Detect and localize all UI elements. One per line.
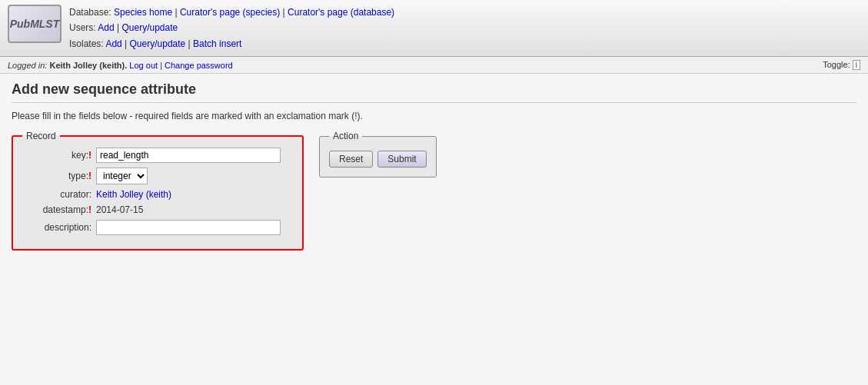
log-out-link[interactable]: Log out: [129, 61, 158, 70]
pubmlst-logo: PubMLST: [8, 5, 62, 43]
curator-row: curator: Keith Jolley (keith): [22, 189, 293, 200]
key-label: key:!: [22, 150, 91, 161]
datestamp-label: datestamp:!: [22, 204, 91, 215]
submit-button[interactable]: Submit: [377, 151, 426, 168]
isolates-nav-row: Isolates: Add | Query/update | Batch ins…: [69, 36, 860, 51]
description-input[interactable]: [96, 220, 281, 235]
header-nav: Database: Species home | Curator's page …: [69, 5, 860, 51]
users-add-link[interactable]: Add: [98, 22, 114, 33]
users-nav-row: Users: Add | Query/update: [69, 20, 860, 35]
form-area: Record key:! type:! integer text float d…: [12, 131, 856, 251]
datestamp-row: datestamp:! 2014-07-15: [22, 204, 293, 215]
type-label: type:!: [22, 171, 91, 181]
change-password-link[interactable]: Change password: [165, 61, 233, 70]
reset-button[interactable]: Reset: [329, 151, 373, 168]
page-title: Add new sequence attribute: [12, 81, 856, 103]
isolates-add-link[interactable]: Add: [105, 38, 121, 49]
login-bar: Logged in: Keith Jolley (keith). Log out…: [0, 57, 868, 74]
curator-label: curator:: [22, 189, 91, 200]
logged-in-prefix: Logged in:: [8, 61, 49, 70]
record-legend: Record: [22, 131, 60, 141]
toggle-label: Toggle:: [823, 60, 850, 69]
key-input[interactable]: [96, 148, 281, 163]
curator-value: Keith Jolley (keith): [96, 189, 171, 200]
species-home-link[interactable]: Species home: [114, 7, 172, 18]
type-row: type:! integer text float date: [22, 168, 293, 184]
record-fieldset: Record key:! type:! integer text float d…: [12, 131, 304, 251]
action-fieldset: Action Reset Submit: [319, 131, 437, 178]
users-query-link[interactable]: Query/update: [122, 22, 178, 33]
description-row: description:: [22, 220, 293, 235]
datestamp-value: 2014-07-15: [96, 204, 143, 215]
login-info: Logged in: Keith Jolley (keith). Log out…: [8, 61, 233, 70]
logged-in-user: Keith Jolley (keith).: [49, 61, 127, 70]
main-content: Add new sequence attribute Please fill i…: [0, 74, 868, 385]
isolates-label: Isolates:: [69, 38, 104, 49]
isolates-query-link[interactable]: Query/update: [130, 38, 186, 49]
users-label: Users:: [69, 22, 96, 33]
header: PubMLST Database: Species home | Curator…: [0, 0, 868, 57]
action-buttons: Reset Submit: [329, 151, 427, 168]
toggle-area: Toggle: i: [823, 60, 860, 70]
action-legend: Action: [329, 131, 362, 141]
type-select[interactable]: integer text float date: [96, 168, 148, 184]
database-label: Database:: [69, 7, 111, 18]
toggle-icon[interactable]: i: [853, 60, 860, 70]
curator-database-link[interactable]: Curator's page (database): [288, 7, 394, 18]
isolates-batch-link[interactable]: Batch insert: [193, 38, 241, 49]
curator-species-link[interactable]: Curator's page (species): [180, 7, 280, 18]
description-label: description:: [22, 222, 91, 233]
logo-container: PubMLST: [8, 5, 62, 43]
instructions: Please fill in the fields below - requir…: [12, 111, 856, 121]
database-nav-row: Database: Species home | Curator's page …: [69, 5, 860, 20]
key-row: key:!: [22, 148, 293, 163]
